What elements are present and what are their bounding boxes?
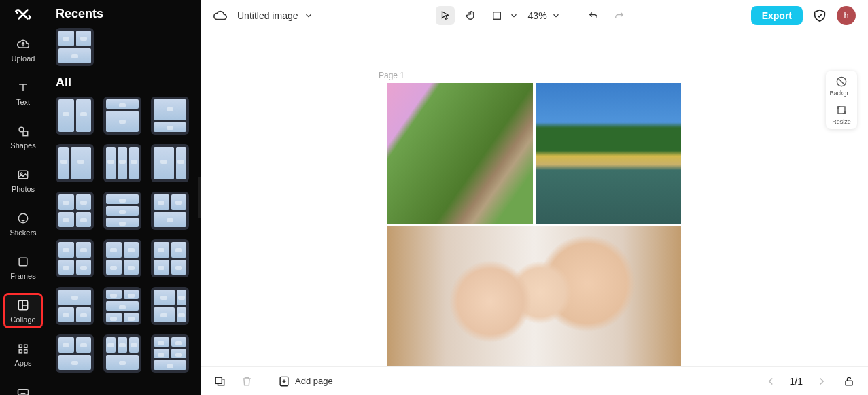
- layout-thumb[interactable]: [56, 97, 94, 135]
- background-label: Backgr...: [829, 90, 853, 97]
- svg-rect-5: [19, 258, 27, 266]
- layers-button[interactable]: [211, 373, 228, 390]
- layout-thumb[interactable]: [103, 239, 141, 277]
- cloud-sync-icon[interactable]: [213, 8, 228, 23]
- layout-thumb[interactable]: [56, 192, 94, 230]
- tool-shapes[interactable]: Shapes: [4, 120, 42, 154]
- layout-thumb[interactable]: [151, 192, 189, 230]
- text-icon: [16, 80, 31, 95]
- user-avatar[interactable]: h: [837, 6, 856, 25]
- svg-point-4: [18, 213, 27, 222]
- shapes-icon: [16, 124, 31, 139]
- svg-rect-15: [215, 377, 222, 383]
- layout-thumb[interactable]: [103, 97, 141, 135]
- export-button[interactable]: Export: [751, 6, 803, 25]
- layout-thumb[interactable]: [151, 239, 189, 277]
- layout-thumb[interactable]: [56, 239, 94, 277]
- tool-photos-label: Photos: [12, 185, 35, 193]
- resize-label: Resize: [832, 118, 851, 125]
- layout-thumb[interactable]: [151, 287, 189, 325]
- svg-rect-12: [493, 12, 500, 19]
- layout-thumb[interactable]: [56, 334, 94, 373]
- background-tool[interactable]: Backgr...: [829, 75, 853, 97]
- layout-thumb[interactable]: [103, 287, 141, 325]
- recents-heading: Recents: [56, 7, 191, 21]
- photos-icon: [16, 167, 31, 182]
- collage-cell-top-left[interactable]: [387, 83, 533, 224]
- canvas-workspace[interactable]: Page 1 Backgr... Resize: [201, 31, 868, 366]
- zoom-dropdown[interactable]: 43%: [525, 10, 563, 21]
- app-logo-icon[interactable]: [14, 5, 33, 23]
- tool-stickers-label: Stickers: [10, 228, 36, 237]
- zoom-value: 43%: [528, 10, 547, 21]
- app-root: Upload Text Shapes Photos Stickers: [0, 0, 868, 395]
- layout-thumb[interactable]: [103, 144, 141, 182]
- divider: [266, 375, 266, 388]
- layout-thumb[interactable]: [103, 334, 141, 373]
- chevron-down-icon: [509, 11, 519, 20]
- tool-collage[interactable]: Collage: [4, 294, 42, 328]
- layout-thumb[interactable]: [56, 144, 94, 182]
- undo-button[interactable]: [584, 6, 603, 25]
- frames-icon: [16, 254, 31, 269]
- svg-rect-9: [19, 350, 22, 353]
- apps-icon: [16, 341, 31, 356]
- tool-frames[interactable]: Frames: [4, 250, 42, 284]
- shield-icon[interactable]: [812, 8, 827, 23]
- layout-thumb[interactable]: [56, 287, 94, 325]
- svg-rect-11: [18, 390, 29, 395]
- hand-tool[interactable]: [462, 6, 481, 25]
- topbar-right: Export h: [751, 6, 856, 25]
- layout-thumb[interactable]: [103, 192, 141, 230]
- add-page-button[interactable]: Add page: [277, 375, 333, 388]
- document-title: Untitled image: [237, 10, 298, 21]
- svg-rect-14: [838, 107, 845, 114]
- tool-shapes-label: Shapes: [10, 141, 35, 150]
- tool-apps[interactable]: Apps: [4, 337, 42, 371]
- tool-text-label: Text: [16, 98, 30, 106]
- chevron-down-icon: [551, 11, 561, 20]
- redo-button[interactable]: [610, 6, 629, 25]
- topbar: Untitled image 43%: [201, 0, 868, 31]
- tool-photos[interactable]: Photos: [4, 163, 42, 197]
- all-heading: All: [56, 75, 191, 90]
- page-counter: 1/1: [790, 376, 803, 387]
- collage-icon: [16, 298, 31, 313]
- next-page-button: [814, 373, 830, 390]
- crop-dropdown[interactable]: [487, 6, 506, 25]
- add-page-label: Add page: [295, 376, 333, 386]
- stickers-icon: [16, 211, 31, 226]
- keyboard-icon: [16, 385, 31, 395]
- svg-rect-17: [846, 381, 852, 385]
- all-grid: [56, 97, 191, 373]
- prev-page-button: [763, 373, 779, 390]
- tool-text[interactable]: Text: [4, 76, 42, 110]
- delete-button: [239, 373, 255, 390]
- layout-thumb[interactable]: [151, 144, 189, 182]
- lock-button[interactable]: [841, 373, 857, 390]
- tool-frames-label: Frames: [10, 272, 35, 280]
- layout-thumb[interactable]: [151, 97, 189, 135]
- tool-rail: Upload Text Shapes Photos Stickers: [0, 0, 46, 395]
- document-title-dropdown[interactable]: Untitled image: [237, 10, 313, 21]
- tool-stickers[interactable]: Stickers: [4, 207, 42, 241]
- resize-tool[interactable]: Resize: [832, 103, 851, 125]
- tool-collage-label: Collage: [10, 315, 35, 324]
- layout-thumb-recent[interactable]: [56, 28, 94, 66]
- svg-rect-7: [19, 345, 22, 347]
- right-tools: Backgr... Resize: [826, 71, 857, 129]
- svg-rect-1: [23, 131, 28, 136]
- layout-thumb[interactable]: [151, 334, 189, 373]
- tool-keyboard[interactable]: [4, 381, 42, 395]
- collage-cell-bottom[interactable]: [387, 226, 681, 366]
- main-area: Untitled image 43%: [201, 0, 868, 395]
- tool-upload[interactable]: Upload: [4, 33, 42, 67]
- toolbar-center: 43%: [436, 6, 629, 25]
- collage-cell-top-right[interactable]: [536, 83, 681, 224]
- tool-upload-label: Upload: [12, 54, 35, 63]
- collage-panel: Recents All: [46, 0, 201, 395]
- chevron-down-icon: [304, 11, 313, 20]
- page-label: Page 1: [379, 71, 404, 80]
- canvas-page[interactable]: [387, 83, 681, 366]
- cursor-tool[interactable]: [436, 6, 455, 25]
